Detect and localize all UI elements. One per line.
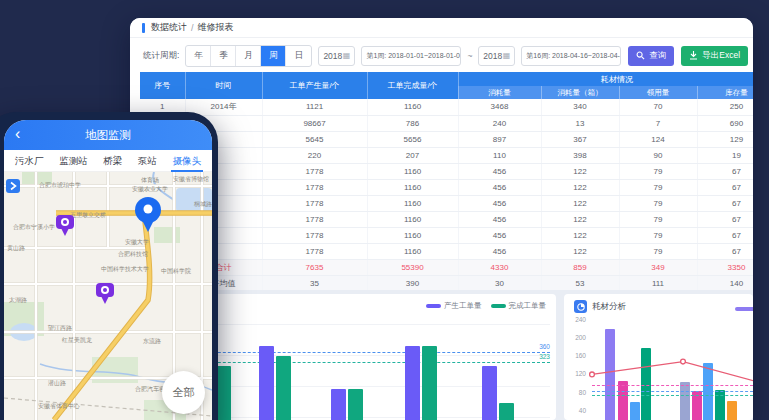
period-option[interactable]: 月: [236, 46, 261, 66]
end-year-select[interactable]: 2018 ▦: [478, 46, 515, 66]
table-cell: 67: [697, 227, 753, 243]
table-cell: 859: [541, 259, 619, 275]
map-label: 黄山路: [7, 245, 25, 252]
table-cell: 13: [541, 115, 619, 131]
table-cell: 7: [619, 115, 697, 131]
breadcrumb-separator: /: [191, 23, 194, 33]
table-cell: 110: [458, 147, 541, 163]
phone-header: ‹ 地图监测: [4, 120, 212, 150]
table-cell: 786: [367, 115, 458, 131]
period-option[interactable]: 年: [186, 46, 211, 66]
map-label: 红星美凯龙: [61, 336, 92, 344]
back-icon[interactable]: ‹: [15, 126, 20, 142]
period-option[interactable]: 季: [211, 46, 236, 66]
show-all-button[interactable]: 全部: [162, 371, 205, 414]
bar: [680, 382, 690, 420]
end-week-input[interactable]: 第16周: 2018-04-16~2018-04-22: [521, 46, 621, 66]
breadcrumb-section: 数据统计: [151, 21, 187, 34]
period-option[interactable]: 周: [261, 46, 286, 66]
expand-map-button[interactable]: [6, 179, 20, 193]
table-cell: 111: [619, 275, 697, 291]
map-label: 合肥市琥珀中学: [39, 181, 81, 189]
table-row[interactable]: 42202071103989019: [140, 147, 753, 163]
phone-tab-监测站[interactable]: 监测站: [59, 150, 88, 172]
table-cell: 90: [619, 147, 697, 163]
period-segment[interactable]: 年季月周日: [185, 45, 312, 67]
y-axis-tick: 160: [564, 353, 586, 360]
reference-line-label: 360: [539, 344, 550, 351]
total-row[interactable]: 合计76355539043308593493350: [140, 259, 753, 275]
map-label: 中国科学技术大学: [101, 265, 149, 273]
map-label: 体育场: [141, 176, 159, 184]
table-cell: 690: [697, 115, 753, 131]
table-row[interactable]: 10177811604561227967: [140, 243, 753, 259]
period-option[interactable]: 日: [286, 46, 311, 66]
table-cell: 55390: [367, 259, 458, 275]
table-row[interactable]: 9177811604561227967: [140, 227, 753, 243]
table-row[interactable]: 6177811604561227967: [140, 179, 753, 195]
map-park: [154, 227, 180, 243]
table-cell: 240: [458, 115, 541, 131]
table-row[interactable]: 7177811604561227967: [140, 195, 753, 211]
map-label: 桐城路: [193, 201, 212, 208]
table-cell: 1778: [262, 243, 367, 259]
phone-tabs: 污水厂监测站桥梁泵站摄像头: [4, 150, 212, 172]
y-axis-tick: 240: [564, 317, 586, 324]
table-cell: 220: [262, 147, 367, 163]
map-label: 安徽农业大学: [132, 185, 168, 193]
phone-tab-泵站[interactable]: 泵站: [138, 150, 157, 172]
start-week-input[interactable]: 第1周: 2018-01-01~2018-01-07: [361, 46, 461, 66]
table-cell: 79: [619, 243, 697, 259]
table-cell: 456: [458, 163, 541, 179]
phone-tab-污水厂[interactable]: 污水厂: [15, 150, 44, 172]
table-row[interactable]: 12014年11211160346834070250: [140, 99, 753, 115]
table-cell: 67: [697, 179, 753, 195]
map-water: [176, 188, 212, 212]
table-cell: 3468: [458, 99, 541, 115]
bar: [259, 346, 274, 420]
repair-report-table: 序号 时间 工单产生量/个 工单完成量/个 耗材情况 消耗量 消耗量（箱） 领用…: [140, 72, 753, 292]
map-label: 太湖路: [9, 297, 27, 304]
bar: [216, 366, 231, 420]
table-cell: 140: [697, 275, 753, 291]
phone-tab-摄像头[interactable]: 摄像头: [173, 150, 202, 172]
start-year-select[interactable]: 2018 ▦: [318, 46, 355, 66]
trend-line: [592, 362, 753, 384]
table-cell: 1778: [262, 195, 367, 211]
col-header-completed: 工单完成量/个: [367, 72, 458, 99]
map-container[interactable]: 合肥市琥珀中学体育场安徽农业大学安徽省博物馆桐城路五里墩立交桥合肥市宁溪小学安徽…: [4, 172, 212, 420]
table-cell: 1778: [262, 179, 367, 195]
average-row[interactable]: 平均值353903053111140: [140, 275, 753, 291]
table-cell: 98667: [262, 115, 367, 131]
table-cell: 122: [541, 211, 619, 227]
consumables-chart-card: 耗材分析 2402001601208040: [564, 294, 753, 420]
consumables-mixed-chart: 2402001601208040: [564, 294, 753, 420]
table-row[interactable]: 8177811604561227967: [140, 211, 753, 227]
map-label: 望江西路: [47, 324, 72, 332]
table-cell: 1778: [262, 163, 367, 179]
table-row[interactable]: 356455656897367124129: [140, 131, 753, 147]
table-cell: 456: [458, 227, 541, 243]
y-axis-tick: 120: [564, 371, 586, 378]
export-excel-button[interactable]: 导出Excel: [681, 46, 748, 66]
table-cell: 1160: [367, 227, 458, 243]
table-cell: 1160: [367, 211, 458, 227]
map-label: 安徽省体育中心: [38, 402, 80, 410]
table-row[interactable]: 5177811604561227967: [140, 163, 753, 179]
table-cell: 79: [619, 163, 697, 179]
table-cell: 79: [619, 211, 697, 227]
table-cell: 67: [697, 163, 753, 179]
col-header-no: 序号: [140, 72, 185, 99]
table-cell: 53: [541, 275, 619, 291]
table-cell: 67: [697, 243, 753, 259]
query-button[interactable]: 查询: [628, 46, 674, 66]
end-week-value: 第16周: 2018-04-16~2018-04-22: [526, 51, 621, 61]
bar: [276, 356, 291, 420]
y-axis-tick: 40: [564, 408, 586, 415]
table-cell: 35: [262, 275, 367, 291]
col-subheader: 消耗量: [458, 86, 541, 99]
report-panel: 数据统计 / 维修报表 统计周期: 年季月周日 2018 ▦ 第1周: 2018…: [130, 18, 753, 420]
phone-tab-桥梁[interactable]: 桥梁: [103, 150, 122, 172]
reference-line: [592, 391, 753, 392]
table-row[interactable]: 298667786240137690: [140, 115, 753, 131]
